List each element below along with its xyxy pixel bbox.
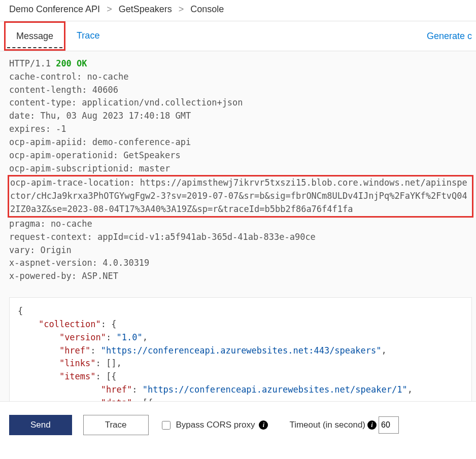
http-headers: HTTP/1.1 200 OK cache-control: no-cache …	[9, 57, 472, 283]
http-protocol: HTTP/1.1	[9, 58, 51, 68]
timeout-label: Timeout (in second)	[289, 420, 365, 430]
headers-pre: cache-control: no-cache content-length: …	[9, 72, 243, 173]
generate-code-link[interactable]: Generate c	[427, 31, 472, 42]
trace-location-highlight: ocp-apim-trace-location: https://apimsth…	[8, 175, 473, 217]
bypass-cors-label: Bypass CORS proxy	[176, 420, 255, 430]
tab-message[interactable]: Message	[7, 25, 62, 48]
breadcrumb-item[interactable]: Demo Conference API	[9, 4, 100, 14]
timeout-input[interactable]	[379, 416, 399, 434]
http-status: 200 OK	[56, 58, 87, 68]
timeout-wrap: Timeout (in second) i	[289, 416, 399, 434]
bypass-cors-wrap[interactable]: Bypass CORS proxy i	[160, 419, 268, 431]
chevron-right-icon: >	[107, 4, 112, 14]
headers-post: pragma: no-cache request-context: appId=…	[9, 219, 316, 281]
chevron-right-icon: >	[179, 4, 184, 14]
response-body: { "collection": { "version": "1.0", "hre…	[9, 297, 472, 401]
breadcrumb-item: Console	[190, 4, 224, 14]
info-icon[interactable]: i	[259, 420, 268, 430]
info-icon[interactable]: i	[367, 420, 377, 430]
breadcrumb-item[interactable]: GetSpeakers	[119, 4, 172, 14]
footer-bar: Send Trace Bypass CORS proxy i Timeout (…	[0, 401, 476, 443]
tab-trace[interactable]: Trace	[65, 21, 111, 51]
trace-button[interactable]: Trace	[83, 415, 149, 435]
breadcrumb: Demo Conference API > GetSpeakers > Cons…	[0, 0, 476, 21]
bypass-cors-checkbox[interactable]	[162, 421, 171, 430]
send-button[interactable]: Send	[9, 415, 72, 435]
response-panel: HTTP/1.1 200 OK cache-control: no-cache …	[0, 51, 476, 401]
tabs-bar: Message Trace Generate c	[0, 21, 476, 51]
highlight-box: Message	[4, 21, 65, 51]
